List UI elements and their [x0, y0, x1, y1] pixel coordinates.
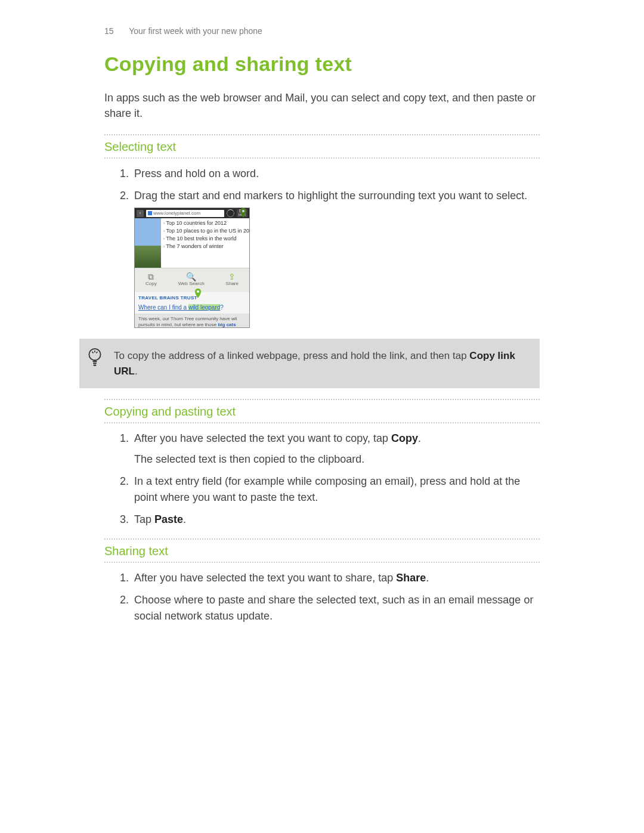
q-pre: Where can I find a: [138, 304, 188, 311]
tip-box: To copy the address of a linked webpage,…: [79, 339, 540, 388]
map-pin-icon: [240, 208, 247, 218]
map-pin-icon: [194, 289, 202, 298]
shot-photo: [135, 218, 161, 268]
copy-icon: ⧉: [145, 273, 157, 280]
action-label: Copy: [145, 280, 157, 287]
section-selecting-header: Selecting text: [104, 134, 540, 159]
shot-action-bar: ⧉ Copy 🔍 Web Search ⇪ Share: [135, 268, 249, 292]
page-header: 15 Your first week with your new phone: [104, 26, 540, 36]
shot-trust: TRAVEL BRAINS TRUST: [135, 292, 249, 303]
footer-line: This week, our Thorn Tree community have…: [138, 316, 246, 322]
step: Drag the start and end markers to highli…: [132, 188, 540, 328]
separator: [104, 134, 540, 135]
intro-paragraph: In apps such as the web browser and Mail…: [104, 90, 540, 121]
page-title: Copying and sharing text: [104, 52, 540, 76]
step: In a text entry field (for example while…: [132, 473, 540, 506]
shot-toolbar: ‹ www.lonelyplanet.com Menu: [135, 208, 249, 218]
step: Choose where to paste and share the sele…: [132, 592, 540, 624]
sharing-steps: After you have selected the text you wan…: [104, 570, 540, 624]
step: Tap Paste.: [132, 512, 540, 528]
svg-point-0: [197, 290, 199, 293]
footer-line: pursuits in mind, but where are those bi…: [138, 322, 246, 328]
step-bold: Paste: [154, 513, 183, 525]
step: Press and hold on a word.: [132, 166, 540, 182]
copying-steps: After you have selected the text you wan…: [104, 431, 540, 528]
separator: [104, 562, 540, 563]
step-post: .: [418, 432, 421, 444]
step-pre: After you have selected the text you wan…: [134, 432, 391, 444]
shot-footer: This week, our Thorn Tree community have…: [135, 314, 249, 328]
section-sharing-header: Sharing text: [104, 538, 540, 563]
step-text: Drag the start and end markers to highli…: [134, 190, 527, 202]
shot-list: ›Top 10 countries for 2012 ›Top 10 place…: [161, 218, 249, 268]
sharing-heading: Sharing text: [104, 544, 540, 558]
search-icon: 🔍: [178, 273, 205, 280]
url-text: www.lonelyplanet.com: [153, 210, 200, 217]
step-pre: After you have selected the text you wan…: [134, 572, 396, 584]
separator: [104, 399, 540, 400]
share-icon: ⇪: [226, 273, 239, 280]
action-share: ⇪ Share: [226, 273, 239, 287]
q-highlight: wild leopard: [188, 304, 220, 311]
list-item: ›The 7 wonders of winter: [163, 243, 249, 250]
action-copy: ⧉ Copy: [145, 273, 157, 287]
q-post: ?: [220, 304, 224, 311]
step-bold: Share: [396, 572, 426, 584]
step-pre: Tap: [134, 513, 154, 525]
lightbulb-icon: [86, 347, 104, 367]
action-label: Web Search: [178, 280, 205, 287]
action-label: Share: [226, 280, 239, 287]
separator: [104, 422, 540, 423]
page: 15 Your first week with your new phone C…: [0, 0, 644, 833]
step: After you have selected the text you wan…: [132, 431, 540, 467]
favicon-icon: [148, 211, 152, 215]
step: After you have selected the text you wan…: [132, 570, 540, 586]
page-number: 15: [104, 26, 114, 36]
svg-point-1: [242, 210, 244, 212]
step-bold: Copy: [391, 432, 418, 444]
selecting-heading: Selecting text: [104, 140, 540, 154]
list-item: ›Top 10 places to go in the US in 20: [163, 227, 249, 235]
copying-heading: Copying and pasting text: [104, 405, 540, 419]
shot-question: Where can I find a wild leopard?: [135, 303, 249, 314]
example-screenshot: ‹ www.lonelyplanet.com Menu ›Top 10 coun…: [134, 208, 250, 328]
trust-label: TRAVEL BRAINS TRUST: [138, 295, 197, 301]
tip-text-pre: To copy the address of a linked webpage,…: [114, 350, 469, 361]
shot-body: ›Top 10 countries for 2012 ›Top 10 place…: [135, 218, 249, 268]
step-post: .: [183, 513, 186, 525]
selecting-steps: Press and hold on a word. Drag the start…: [104, 166, 540, 328]
url-bar: www.lonelyplanet.com: [146, 210, 224, 217]
step-sub: The selected text is then copied to the …: [134, 451, 540, 467]
list-item: ›Top 10 countries for 2012: [163, 219, 249, 227]
action-web-search: 🔍 Web Search: [178, 273, 205, 287]
back-icon: ‹: [137, 210, 144, 217]
section-copying-header: Copying and pasting text: [104, 399, 540, 423]
tip-text-post: .: [135, 366, 138, 377]
list-item: ›The 10 best treks in the world: [163, 235, 249, 243]
step-post: .: [426, 572, 429, 584]
reload-icon: [227, 209, 234, 217]
chapter-title: Your first week with your new phone: [129, 26, 262, 36]
separator: [104, 538, 540, 540]
separator: [104, 157, 540, 159]
